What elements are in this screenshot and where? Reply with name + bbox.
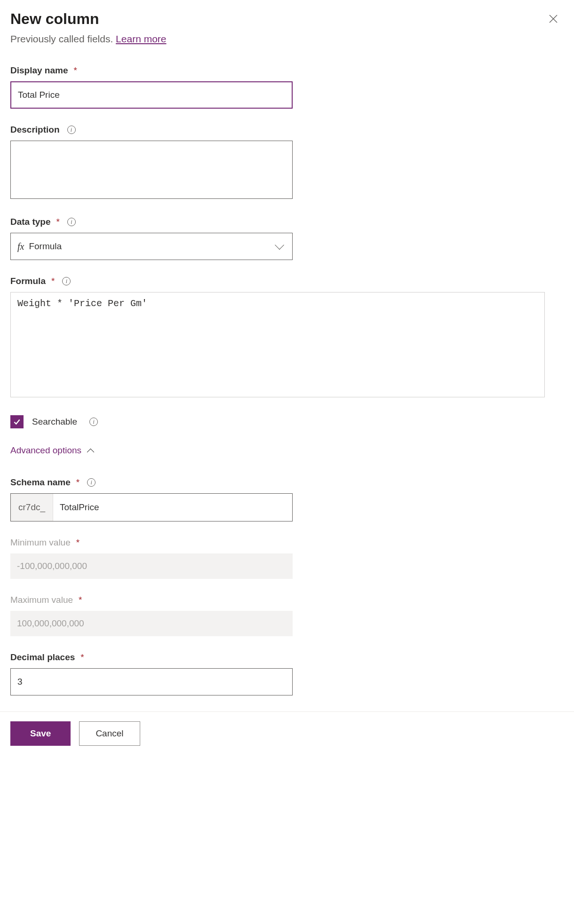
info-icon[interactable]: i (89, 418, 98, 426)
schema-name-label: Schema name* i (10, 477, 96, 488)
info-icon[interactable]: i (67, 126, 76, 134)
data-type-label: Data type* i (10, 217, 76, 227)
formula-input[interactable]: Weight * 'Price Per Gm' (10, 292, 545, 397)
minimum-value-label: Minimum value* (10, 537, 80, 548)
minimum-value-input: -100,000,000,000 (10, 553, 293, 579)
decimal-places-input[interactable] (10, 668, 293, 695)
maximum-value-label: Maximum value* (10, 595, 82, 605)
info-icon[interactable]: i (87, 478, 96, 487)
maximum-value-input: 100,000,000,000 (10, 611, 293, 636)
panel-subtitle: Previously called fields. Learn more (10, 33, 564, 45)
chevron-up-icon (87, 448, 95, 456)
data-type-select[interactable]: fx Formula (10, 233, 293, 260)
decimal-places-label: Decimal places* (10, 652, 84, 663)
display-name-input[interactable] (10, 81, 293, 109)
data-type-value: Formula (29, 241, 62, 252)
info-icon[interactable]: i (67, 218, 76, 226)
cancel-button[interactable]: Cancel (79, 721, 140, 746)
formula-icon: fx (17, 241, 24, 252)
close-button[interactable] (543, 10, 564, 28)
display-name-label: Display name* (10, 65, 77, 76)
panel-title: New column (10, 10, 99, 28)
close-icon (549, 14, 558, 24)
searchable-checkbox[interactable] (10, 415, 24, 428)
formula-label: Formula* i (10, 276, 71, 286)
searchable-label: Searchable (32, 417, 77, 427)
save-button[interactable]: Save (10, 721, 71, 746)
description-input[interactable] (10, 141, 293, 199)
advanced-options-toggle[interactable]: Advanced options (10, 445, 93, 456)
checkmark-icon (13, 418, 21, 426)
learn-more-link[interactable]: Learn more (116, 33, 166, 44)
schema-name-input[interactable] (53, 494, 292, 521)
info-icon[interactable]: i (62, 277, 71, 285)
schema-prefix: cr7dc_ (11, 494, 53, 521)
chevron-down-icon (275, 240, 284, 250)
description-label: Description i (10, 125, 76, 135)
